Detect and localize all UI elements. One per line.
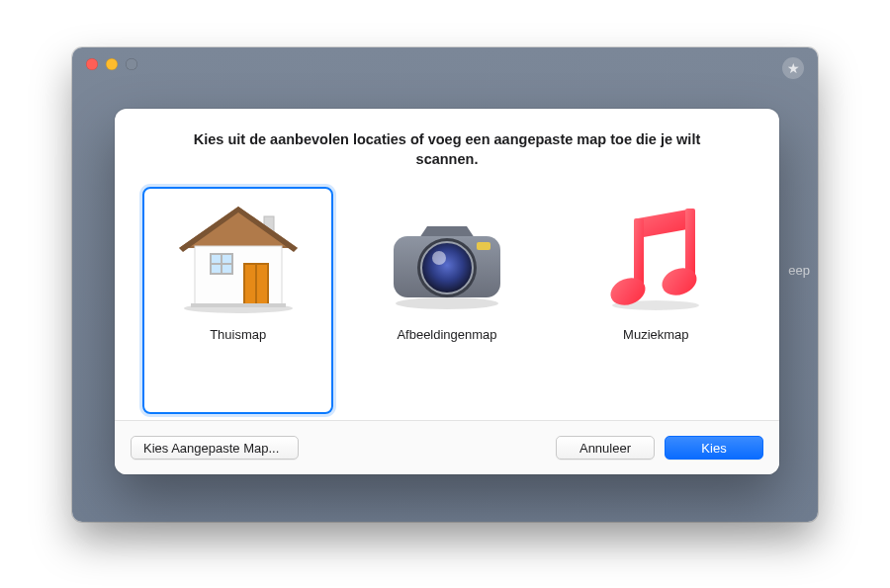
svg-rect-21	[685, 209, 695, 278]
option-label: Afbeeldingenmap	[397, 327, 496, 342]
svg-point-12	[396, 297, 498, 309]
zoom-window-button[interactable]	[126, 58, 137, 70]
option-pictures-folder[interactable]: Afbeeldingenmap	[351, 187, 542, 414]
svg-rect-11	[191, 303, 286, 307]
cancel-button[interactable]: Annuleer	[556, 436, 655, 460]
option-home-folder[interactable]: Thuismap	[142, 187, 333, 414]
dialog-title: Kies uit de aanbevolen locaties of voeg …	[115, 109, 779, 179]
option-music-folder[interactable]: Muziekmap	[561, 187, 752, 414]
scan-location-dialog: Kies uit de aanbevolen locaties of voeg …	[115, 109, 779, 474]
background-text-fragment: eep	[788, 263, 810, 278]
window-controls	[86, 58, 137, 70]
choose-button[interactable]: Kies	[665, 436, 763, 460]
close-window-button[interactable]	[86, 58, 98, 70]
star-icon: ★	[782, 57, 804, 79]
svg-point-18	[432, 251, 446, 265]
choose-custom-folder-button[interactable]: Kies Aangepaste Map...	[131, 436, 299, 460]
option-label: Thuismap	[210, 327, 266, 342]
music-note-icon	[581, 201, 730, 319]
location-options: Thuismap	[115, 179, 779, 420]
minimize-window-button[interactable]	[106, 58, 118, 70]
svg-rect-20	[634, 218, 644, 288]
dialog-footer: Kies Aangepaste Map... Annuleer Kies	[115, 420, 779, 474]
option-label: Muziekmap	[623, 327, 688, 342]
svg-rect-14	[477, 242, 490, 250]
house-icon	[164, 201, 312, 319]
camera-icon	[373, 201, 521, 319]
